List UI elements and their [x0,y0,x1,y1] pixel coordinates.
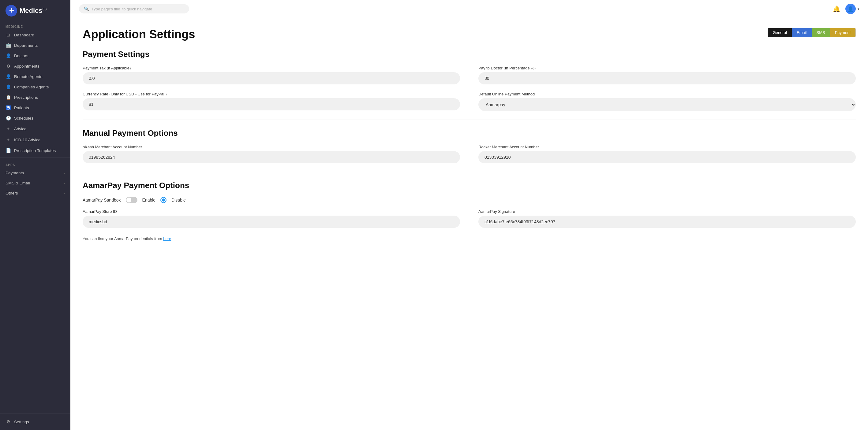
appointments-icon: ⚙ [5,64,11,68]
main-area: 🔍 🔔 👤 ▾ Application Settings General Ema… [70,0,868,430]
sidebar-item-label: Payments [5,171,61,175]
bkash-input[interactable] [83,151,460,163]
sandbox-label: AamarPay Sandbox [83,198,121,202]
sidebar-section-medicine: MEDICINE [0,22,70,30]
sidebar-item-label: Dashboard [14,33,65,37]
bkash-group: bKash Merchant Account Number [83,145,460,163]
store-id-group: AamarPay Store ID [83,209,460,228]
tab-email[interactable]: Email [792,28,812,37]
credentials-link[interactable]: here [163,236,171,241]
sidebar-section-apps: APPS [0,160,70,168]
chevron-right-icon: › [64,171,65,175]
signature-label: AamarPay Signature [478,209,856,214]
sidebar-item-schedules[interactable]: 🕐 Schedules [0,113,70,123]
sidebar-item-dashboard[interactable]: ⊡ Dashboard [0,30,70,40]
sandbox-row: AamarPay Sandbox Enable Disable [83,197,856,203]
sidebar-item-others[interactable]: Others › [0,188,70,198]
sidebar-logo: ✚ MedicsBD [0,0,70,22]
companies-agents-icon: 👤 [5,85,11,89]
logo-sup: BD [42,8,47,11]
disable-radio[interactable] [160,197,166,203]
rocket-label: Rocket Merchant Account Number [478,145,856,149]
section-divider-2 [83,172,856,172]
manual-payment-title: Manual Payment Options [83,128,856,138]
currency-rate-group: Currency Rate (Only for USD - Use for Pa… [83,92,460,111]
sidebar-item-doctors[interactable]: 👤 Doctors [0,51,70,61]
chevron-right-icon: › [64,181,65,185]
default-payment-select[interactable]: Aamarpay PayPal Stripe [478,98,856,111]
prescription-templates-icon: 📄 [5,148,11,153]
sidebar-item-label: Others [5,191,61,195]
sidebar-item-label: Prescription Templates [14,148,65,153]
currency-rate-input[interactable] [83,98,460,110]
page-title: Application Settings [83,28,195,41]
payment-tax-input[interactable] [83,72,460,85]
sidebar-item-advice[interactable]: ＋ Advice [0,123,70,134]
store-id-label: AamarPay Store ID [83,209,460,214]
aamarpay-title: AamarPay Payment Options [83,181,856,190]
sidebar-divider [0,158,70,158]
sidebar-item-label: Remote Agents [14,74,65,79]
sandbox-toggle[interactable] [126,197,137,203]
advice-icon: ＋ [5,126,11,132]
bkash-label: bKash Merchant Account Number [83,145,460,149]
sidebar-item-departments[interactable]: 🏢 Departments [0,40,70,51]
sidebar-item-prescriptions[interactable]: 📋 Prescriptions [0,92,70,102]
credentials-hint: You can find your AamarPay credentials f… [83,236,856,241]
rocket-input[interactable] [478,151,856,163]
remote-agents-icon: 👤 [5,74,11,79]
logo-icon: ✚ [5,5,17,16]
sidebar-item-patients[interactable]: ♿ Patients [0,102,70,113]
sidebar-item-label: Schedules [14,116,65,121]
store-id-input[interactable] [83,216,460,228]
payment-tax-label: Payment Tax (If Applicable) [83,66,460,70]
sidebar-bottom: ⚙ Settings [0,413,70,430]
pay-to-doctor-label: Pay to Doctor (In Percentage %) [478,66,856,70]
payment-settings-grid: Payment Tax (If Applicable) Pay to Docto… [83,66,856,111]
sidebar-item-label: Companies Agents [14,85,65,89]
default-payment-label: Default Online Payment Method [478,92,856,96]
sidebar-item-label: SMS & Email [5,181,61,185]
search-icon: 🔍 [84,6,89,11]
sidebar-item-label: Doctors [14,54,65,58]
page-content: Application Settings General Email SMS P… [70,18,868,430]
pay-to-doctor-input[interactable] [478,72,856,85]
search-bar[interactable]: 🔍 [79,4,189,13]
payment-tax-group: Payment Tax (If Applicable) [83,66,460,85]
chevron-down-icon: ▾ [858,7,860,11]
sidebar-item-label: Prescriptions [14,95,65,100]
notification-bell-icon[interactable]: 🔔 [833,5,840,12]
payment-settings-title: Payment Settings [83,49,856,59]
dashboard-icon: ⊡ [5,32,11,37]
signature-input[interactable] [478,216,856,228]
sidebar-item-sms-email[interactable]: SMS & Email › [0,178,70,188]
rocket-group: Rocket Merchant Account Number [478,145,856,163]
sidebar-item-appointments[interactable]: ⚙ Appointments [0,61,70,71]
avatar-button[interactable]: 👤 ▾ [845,4,860,14]
schedules-icon: 🕐 [5,115,11,121]
sidebar-item-remote-agents[interactable]: 👤 Remote Agents [0,71,70,82]
sidebar-item-label: Appointments [14,64,65,68]
sidebar-item-label: ICD-10 Advice [14,138,65,142]
icd10-icon: ＋ [5,137,11,142]
tab-general[interactable]: General [768,28,792,37]
sidebar-item-icd10[interactable]: ＋ ICD-10 Advice [0,134,70,145]
manual-payment-grid: bKash Merchant Account Number Rocket Mer… [83,145,856,163]
topbar: 🔍 🔔 👤 ▾ [70,0,868,18]
doctors-icon: 👤 [5,53,11,58]
sidebar-item-companies-agents[interactable]: 👤 Companies Agents [0,82,70,92]
tab-payment[interactable]: Payment [830,28,856,37]
search-input[interactable] [92,7,171,11]
sidebar-item-label: Advice [14,127,65,131]
sidebar-item-payments[interactable]: Payments › [0,168,70,178]
default-payment-group: Default Online Payment Method Aamarpay P… [478,92,856,111]
enable-label: Enable [142,198,156,202]
sidebar-item-prescription-templates[interactable]: 📄 Prescription Templates [0,145,70,156]
sidebar-item-settings[interactable]: ⚙ Settings [0,417,70,427]
section-divider-1 [83,120,856,120]
aamarpay-grid: AamarPay Store ID AamarPay Signature [83,209,856,228]
tab-sms[interactable]: SMS [812,28,830,37]
sidebar-item-label: Departments [14,43,65,48]
disable-label: Disable [172,198,186,202]
currency-rate-label: Currency Rate (Only for USD - Use for Pa… [83,92,460,96]
